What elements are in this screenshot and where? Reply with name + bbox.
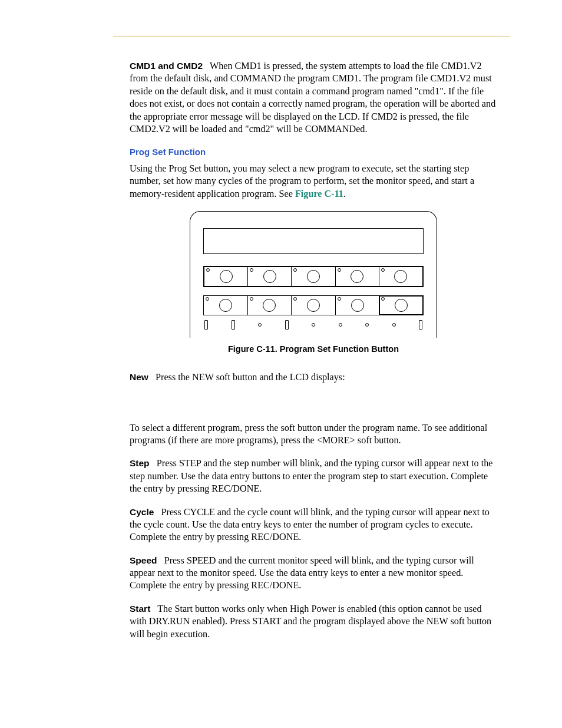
lcd-output-placeholder [130, 395, 497, 422]
page: CMD1 and CMD2 When CMD1 is pressed, the … [0, 0, 562, 728]
led-icon [206, 268, 210, 272]
soft-button [204, 267, 248, 286]
text-speed: Press SPEED and the current monitor spee… [130, 555, 474, 591]
button-icon [351, 270, 363, 283]
soft-button [248, 267, 292, 286]
para-cycle: Cycle Press CYCLE and the cycle count wi… [130, 506, 497, 544]
button-icon [395, 299, 408, 312]
soft-button-row-2 [203, 295, 424, 315]
soft-button [292, 267, 335, 286]
soft-button [204, 296, 248, 315]
lcd-display [203, 228, 424, 254]
button-icon [307, 299, 320, 312]
tick-icon [285, 320, 289, 330]
button-icon [263, 299, 276, 312]
button-icon [263, 270, 276, 283]
heading-speed: Speed [130, 555, 157, 565]
led-icon [250, 297, 253, 301]
text-new: Press the NEW soft button and the LCD di… [156, 372, 345, 383]
led-icon [381, 268, 385, 272]
button-icon [307, 270, 320, 283]
led-icon [293, 297, 297, 301]
button-icon [219, 299, 232, 312]
soft-button [248, 296, 292, 315]
tick-icon [419, 320, 422, 330]
para-cmd: CMD1 and CMD2 When CMD1 is pressed, the … [130, 60, 497, 136]
para-select: To select a different program, press the… [130, 422, 497, 447]
led-icon [381, 297, 385, 301]
text-progset-post: . [343, 189, 346, 199]
para-progset: Using the Prog Set button, you may selec… [130, 163, 497, 200]
led-icon [250, 268, 253, 272]
prog-set-button-highlight [379, 296, 423, 315]
para-step: Step Press STEP and the step number will… [130, 457, 497, 495]
tick-icon [232, 320, 235, 330]
heading-new: New [130, 372, 148, 382]
button-icon [220, 270, 233, 283]
led-icon [293, 268, 297, 272]
text-step: Press STEP and the step number will blin… [130, 458, 493, 494]
dot-icon [312, 323, 315, 327]
dot-icon [339, 323, 342, 327]
text-cmd: When CMD1 is pressed, the system attempt… [130, 61, 495, 134]
led-icon [338, 268, 341, 272]
dot-icon [365, 323, 369, 327]
heading-start: Start [130, 604, 150, 614]
soft-button [336, 296, 380, 315]
marker-row [203, 320, 424, 330]
button-icon [394, 270, 407, 283]
soft-button [336, 267, 379, 286]
soft-button [292, 296, 336, 315]
header-rule [113, 37, 510, 37]
figure-c11 [130, 211, 497, 338]
dot-icon [258, 323, 262, 327]
body-text: CMD1 and CMD2 When CMD1 is pressed, the … [130, 60, 497, 641]
text-start: The Start button works only when High Po… [130, 604, 491, 640]
heading-cycle: Cycle [130, 507, 154, 517]
figure-reference-link[interactable]: Figure C-11 [295, 189, 343, 199]
tick-icon [204, 320, 208, 330]
para-new: New Press the NEW soft button and the LC… [130, 371, 497, 384]
control-panel-diagram [190, 211, 437, 338]
para-speed: Speed Press SPEED and the current monito… [130, 555, 497, 592]
heading-cmd: CMD1 and CMD2 [130, 61, 203, 71]
figure-caption: Figure C-11. Program Set Function Button [130, 344, 497, 355]
dot-icon [392, 323, 396, 327]
text-cycle: Press CYCLE and the cycle count will bli… [130, 507, 490, 543]
heading-progset: Prog Set Function [130, 146, 497, 158]
button-icon [351, 299, 364, 312]
para-start: Start The Start button works only when H… [130, 603, 497, 641]
led-icon [338, 297, 341, 301]
soft-button-row-1 [203, 266, 424, 287]
led-icon [206, 297, 209, 301]
soft-button [379, 267, 422, 286]
heading-step: Step [130, 458, 150, 468]
